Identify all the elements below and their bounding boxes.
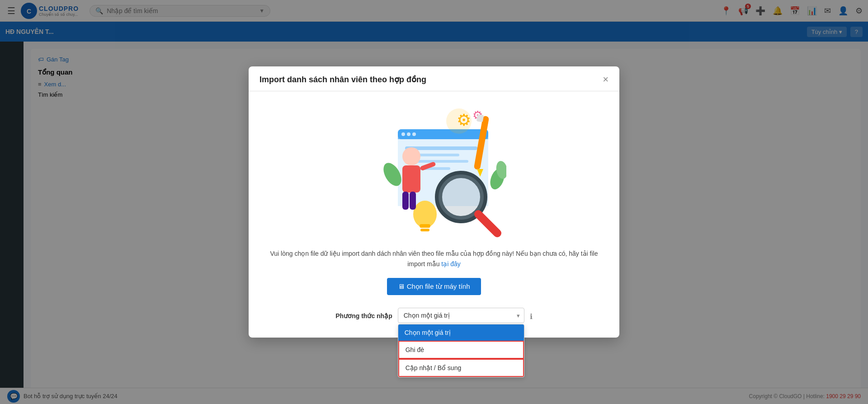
svg-rect-26	[402, 192, 409, 210]
instruction-text: Vui lòng chọn file dữ liệu import danh d…	[263, 249, 605, 269]
svg-point-24	[402, 147, 420, 165]
svg-line-20	[478, 214, 497, 233]
svg-rect-22	[420, 224, 430, 228]
svg-text:⚙: ⚙	[457, 111, 471, 129]
download-link[interactable]: tại đây	[441, 260, 460, 268]
info-icon[interactable]: ℹ	[530, 308, 533, 321]
illustration: ⚙ ⚙	[362, 102, 506, 238]
svg-rect-27	[410, 192, 416, 210]
illustration-svg: ⚙ ⚙	[362, 102, 506, 238]
svg-point-11	[412, 132, 416, 136]
import-modal: Import danh sách nhân viên theo hợp đồng…	[249, 66, 619, 338]
svg-point-9	[401, 132, 405, 136]
dropdown-item-update[interactable]: Cập nhật / Bổ sung	[398, 359, 524, 377]
dropdown-item-overwrite[interactable]: Ghi đè	[398, 341, 524, 359]
modal-overlay: Import danh sách nhân viên theo hợp đồng…	[0, 0, 868, 404]
svg-point-10	[407, 132, 410, 136]
svg-rect-3	[398, 129, 488, 139]
phuong-thuc-label: Phương thức nhập	[335, 308, 392, 319]
modal-body: ⚙ ⚙	[249, 91, 619, 338]
svg-rect-25	[402, 165, 420, 193]
dropdown-item-choose[interactable]: Chọn một giá trị	[398, 324, 524, 341]
phuong-thuc-row: Phương thức nhập Chọn một giá trị ▾ Chọn…	[263, 308, 605, 323]
modal-header: Import danh sách nhân viên theo hợp đồng…	[249, 66, 619, 91]
method-select-wrapper: Chọn một giá trị ▾ Chọn một giá trị Ghi …	[398, 308, 524, 323]
svg-rect-17	[476, 114, 484, 122]
method-select[interactable]: Chọn một giá trị	[398, 308, 524, 323]
modal-close-button[interactable]: ×	[603, 75, 609, 85]
svg-rect-23	[420, 229, 429, 231]
svg-point-21	[413, 201, 437, 228]
dropdown-menu: Chọn một giá trị Ghi đè Cập nhật / Bổ su…	[398, 324, 524, 377]
modal-title: Import danh sách nhân viên theo hợp đồng	[259, 75, 426, 85]
choose-file-button[interactable]: 🖥 Chọn file từ máy tính	[387, 278, 481, 295]
